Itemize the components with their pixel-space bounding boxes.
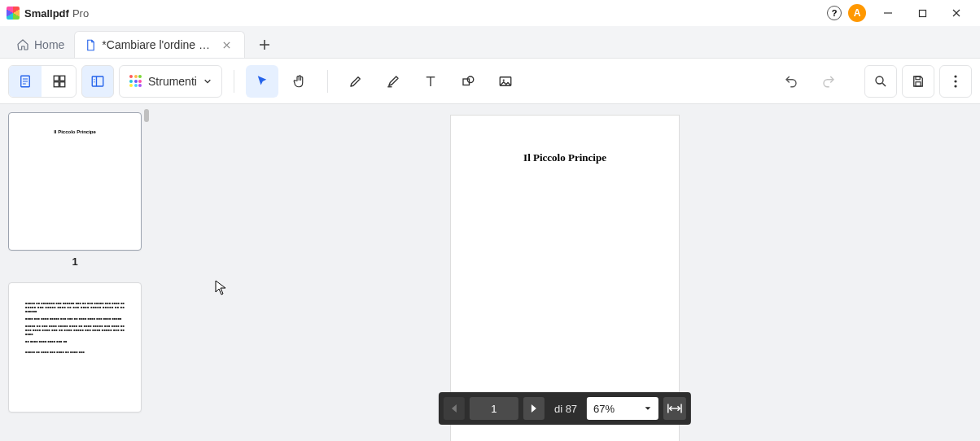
svg-rect-15 bbox=[60, 81, 65, 86]
new-tab-button[interactable] bbox=[252, 32, 278, 58]
save-button[interactable] bbox=[902, 65, 934, 98]
svg-line-28 bbox=[882, 83, 886, 86]
thumbnail-text-preview: ■■ ■■■■ ■■■■ ■■■■ ■■■ ■■ bbox=[25, 339, 125, 343]
thumbnail-title: Il Piccolo Principe bbox=[20, 129, 129, 134]
home-tab-label: Home bbox=[34, 38, 64, 51]
window-maximize-button[interactable] bbox=[905, 2, 939, 24]
thumbnail-page-1[interactable]: Il Piccolo Principe bbox=[8, 112, 142, 251]
hand-tool-button[interactable] bbox=[283, 65, 316, 98]
svg-rect-1 bbox=[919, 10, 925, 16]
chevron-down-icon bbox=[203, 77, 212, 85]
total-pages-label: di 87 bbox=[549, 403, 582, 415]
window-minimize-button[interactable] bbox=[871, 2, 905, 24]
thumbnail-page-2[interactable]: ■■■■■ ■■ ■■■■■■■ ■■■ ■■■■■■ ■■■ ■■ ■■■ ■… bbox=[8, 282, 142, 413]
app-name: SmallpdfPro bbox=[24, 7, 89, 20]
svg-point-31 bbox=[954, 75, 956, 77]
svg-point-24 bbox=[467, 76, 474, 83]
title-bar: SmallpdfPro ? A bbox=[0, 0, 980, 26]
prev-page-button[interactable] bbox=[444, 397, 465, 420]
svg-rect-29 bbox=[916, 76, 920, 80]
apps-icon bbox=[129, 75, 142, 87]
grid-view-button[interactable] bbox=[43, 66, 76, 97]
svg-point-18 bbox=[94, 79, 94, 80]
chevron-down-icon bbox=[644, 404, 652, 413]
svg-rect-12 bbox=[54, 76, 59, 81]
thumbnail-text-preview: ■■■■■ ■■ ■■■ ■■■■ ■■■■■ ■■■■ ■■ ■■■■ ■■■… bbox=[25, 324, 125, 336]
svg-rect-30 bbox=[916, 81, 921, 85]
svg-rect-13 bbox=[60, 76, 65, 81]
text-tool-button[interactable] bbox=[414, 65, 447, 98]
home-tab[interactable]: Home bbox=[7, 32, 74, 58]
tab-close-button[interactable] bbox=[219, 41, 234, 50]
thumbnail-text-preview: ■■■■ ■■■ ■■■■ ■■■■■ ■■■ ■■■ ■■ ■■■■ ■■■■… bbox=[25, 317, 125, 321]
thumbnails-panel[interactable]: Il Piccolo Principe 1 ■■■■■ ■■ ■■■■■■■ ■… bbox=[0, 104, 150, 441]
cursor-icon bbox=[215, 280, 228, 296]
view-mode-group bbox=[8, 65, 77, 98]
file-icon bbox=[85, 39, 97, 51]
more-menu-button[interactable] bbox=[939, 65, 972, 98]
svg-point-19 bbox=[94, 81, 94, 82]
home-icon bbox=[16, 38, 29, 51]
sidebar-toggle-button[interactable] bbox=[81, 65, 114, 98]
zoom-dropdown[interactable]: 67% bbox=[587, 397, 658, 420]
window-close-button[interactable] bbox=[939, 2, 973, 24]
svg-point-33 bbox=[954, 85, 956, 87]
svg-point-26 bbox=[503, 79, 505, 81]
tools-dropdown[interactable]: Strumenti bbox=[119, 65, 222, 98]
highlighter-tool-button[interactable] bbox=[377, 65, 409, 98]
app-logo bbox=[7, 7, 20, 20]
svg-point-27 bbox=[876, 76, 883, 84]
fit-width-button[interactable] bbox=[663, 397, 686, 420]
svg-rect-14 bbox=[54, 81, 59, 86]
svg-rect-16 bbox=[92, 76, 103, 86]
thumbnail-number: 1 bbox=[8, 255, 142, 268]
current-page-input[interactable] bbox=[470, 397, 518, 420]
redo-button[interactable] bbox=[812, 65, 845, 98]
help-button[interactable]: ? bbox=[827, 6, 842, 20]
page-title: Il Piccolo Principe bbox=[451, 151, 679, 164]
zoom-value: 67% bbox=[593, 403, 615, 415]
page-viewer[interactable]: Il Piccolo Principe 6 di 87 67% bbox=[150, 104, 980, 441]
separator bbox=[234, 70, 234, 93]
single-page-view-button[interactable] bbox=[9, 66, 42, 97]
tools-label: Strumenti bbox=[148, 75, 197, 88]
shape-tool-button[interactable] bbox=[452, 65, 484, 98]
toolbar: Strumenti bbox=[0, 59, 980, 104]
image-tool-button[interactable] bbox=[489, 65, 522, 98]
scrollbar-thumb[interactable] bbox=[144, 109, 149, 122]
document-tab[interactable]: *Cambiare l'ordine de… bbox=[74, 31, 245, 58]
user-avatar[interactable]: A bbox=[848, 4, 866, 22]
next-page-button[interactable] bbox=[523, 397, 545, 420]
tab-bar: Home *Cambiare l'ordine de… bbox=[0, 26, 980, 59]
page-navigation-bar: di 87 67% bbox=[439, 392, 691, 425]
svg-point-32 bbox=[954, 80, 956, 82]
undo-button[interactable] bbox=[775, 65, 807, 98]
pencil-tool-button[interactable] bbox=[339, 65, 372, 98]
search-button[interactable] bbox=[864, 65, 897, 98]
thumbnail-text-preview: ■■■■■ ■■ ■■■■ ■■■ ■■■■ ■■ ■■■■ ■■■ bbox=[25, 350, 125, 354]
document-tab-label: *Cambiare l'ordine de… bbox=[102, 38, 214, 51]
thumbnail-text-preview: ■■■■■ ■■ ■■■■■■■ ■■■ ■■■■■■ ■■■ ■■ ■■■ ■… bbox=[25, 301, 125, 313]
select-tool-button[interactable] bbox=[246, 65, 278, 98]
main-area: Il Piccolo Principe 1 ■■■■■ ■■ ■■■■■■■ ■… bbox=[0, 104, 980, 441]
separator bbox=[327, 70, 328, 93]
